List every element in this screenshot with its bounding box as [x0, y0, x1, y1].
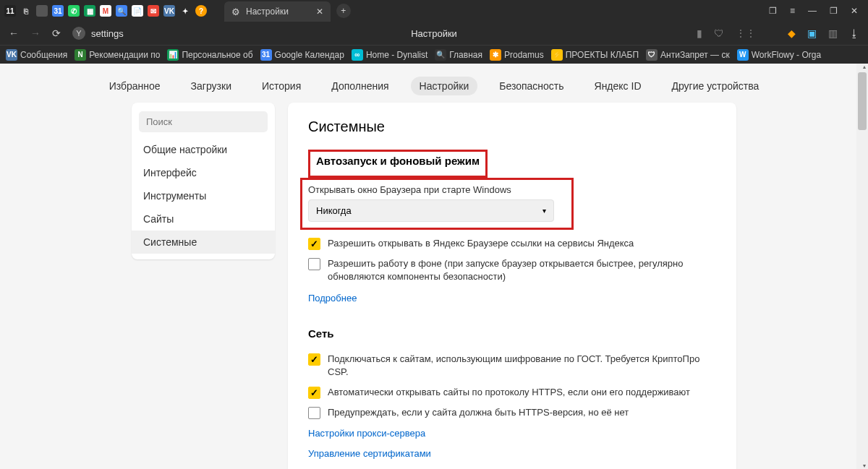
panel-toggle-icon[interactable]: ❐: [769, 6, 777, 16]
tabnav-item[interactable]: Настройки: [411, 77, 478, 95]
checkbox[interactable]: [308, 238, 320, 250]
url-text[interactable]: settings: [91, 28, 124, 39]
taskbar-favicons: 11 ⎘ 31 ✆ ▦ M 🔍 📄 ✉ VK ✦ ?: [0, 5, 211, 17]
bookmark-item[interactable]: 🔍Главная: [435, 49, 482, 61]
bookmark-icon: 🛡: [646, 49, 658, 61]
favicon[interactable]: ✦: [179, 5, 191, 17]
tab-title: Настройки: [246, 7, 289, 17]
scroll-down-icon[interactable]: ▾: [863, 462, 866, 469]
tabnav-item[interactable]: Загрузки: [182, 77, 240, 95]
bookmark-label: Персональное об: [182, 50, 252, 60]
checkbox-row: Автоматически открывать сайты по протоко…: [308, 386, 716, 399]
sidebar-item[interactable]: Сайты: [132, 207, 275, 231]
sidebar-item[interactable]: Инструменты: [132, 184, 275, 207]
scrollbar[interactable]: ▴ ▾: [856, 64, 868, 469]
autostart-select[interactable]: Никогда ▾: [308, 199, 554, 222]
settings-sidebar: Общие настройкиИнтерфейсИнструментыСайты…: [132, 103, 275, 259]
extensions-icon[interactable]: ⋮⋮: [736, 27, 756, 39]
bookmark-item[interactable]: 🛡АнтиЗапрет — ск: [646, 49, 730, 61]
favicon[interactable]: ✆: [68, 5, 80, 17]
ext-icon[interactable]: ▣: [807, 27, 817, 39]
bookmark-item[interactable]: ✱Prodamus: [490, 49, 544, 61]
chevron-down-icon: ▾: [542, 207, 546, 215]
bookmark-icon[interactable]: ▮: [697, 27, 702, 39]
tabnav-item[interactable]: Избранное: [101, 77, 169, 95]
checkbox-row: Разрешить работу в фоне (при запуске бра…: [308, 257, 716, 283]
close-window-icon[interactable]: ✕: [851, 6, 858, 16]
bookmark-item[interactable]: 31Google Календар: [260, 49, 344, 61]
bookmark-icon: 31: [260, 49, 272, 61]
bookmark-label: Home - Dynalist: [366, 50, 427, 60]
favicon[interactable]: M: [100, 5, 111, 17]
bookmark-label: АнтиЗапрет — ск: [660, 50, 730, 60]
favicon[interactable]: 📄: [132, 5, 143, 17]
tabnav-item[interactable]: Другие устройства: [663, 77, 768, 95]
favicon[interactable]: ✉: [148, 5, 159, 17]
bookmark-icon: VK: [6, 49, 17, 61]
maximize-icon[interactable]: ❐: [830, 6, 838, 16]
favicon[interactable]: 🔍: [116, 5, 127, 17]
highlight-box: Открывать окно Браузера при старте Windo…: [300, 178, 574, 230]
setting-label: Открывать окно Браузера при старте Windo…: [308, 184, 566, 195]
search-input[interactable]: [139, 111, 268, 132]
checkbox[interactable]: [308, 258, 320, 270]
bookmark-item[interactable]: 📊Персональное об: [167, 49, 252, 61]
bookmark-item[interactable]: WWorkFlowy - Orga: [737, 49, 821, 61]
favicon[interactable]: VK: [163, 5, 175, 17]
tab-close-icon[interactable]: ✕: [316, 7, 323, 17]
checkbox[interactable]: [308, 387, 320, 399]
panel-heading: Системные: [308, 119, 716, 135]
checkbox-label: Предупреждать, если у сайта должна быть …: [328, 406, 629, 419]
search-container: [139, 111, 268, 132]
reload-icon[interactable]: ⟳: [52, 27, 61, 39]
ext-icon[interactable]: ◆: [788, 27, 796, 39]
new-tab-button[interactable]: +: [336, 4, 351, 18]
bookmark-label: Главная: [449, 50, 482, 60]
favicon[interactable]: ▦: [84, 5, 95, 17]
bookmark-item[interactable]: VKСообщения: [6, 49, 67, 61]
tabnav-item[interactable]: История: [253, 77, 310, 95]
bookmark-icon: 📊: [167, 49, 179, 61]
bookmark-item[interactable]: ⚡ПРОЕКТЫ КЛАБП: [551, 49, 639, 61]
download-icon[interactable]: ⭳: [849, 27, 859, 39]
checkbox[interactable]: [308, 407, 320, 419]
sidebar-item[interactable]: Системные: [132, 231, 275, 254]
bookmarks-bar: VKСообщенияNРекомендации по📊Персональное…: [0, 45, 868, 64]
section-title: Сеть: [308, 327, 334, 340]
highlight-box: Автозапуск и фоновый режим: [308, 150, 488, 178]
bookmark-icon: ✱: [490, 49, 501, 61]
checkbox[interactable]: [308, 353, 320, 366]
favicon[interactable]: ⎘: [20, 5, 32, 17]
scroll-up-icon[interactable]: ▴: [863, 64, 866, 70]
bookmark-icon: W: [737, 49, 749, 61]
favicon[interactable]: 31: [52, 5, 64, 17]
ext-icon[interactable]: ▥: [828, 27, 838, 39]
shield-icon[interactable]: 🛡: [714, 27, 724, 39]
bookmark-icon: ⚡: [551, 49, 563, 61]
favicon-separator: [36, 5, 48, 17]
bookmark-item[interactable]: NРекомендации по: [75, 49, 160, 61]
back-icon[interactable]: ←: [9, 27, 19, 39]
bookmark-item[interactable]: ∞Home - Dynalist: [352, 49, 427, 61]
favicon[interactable]: ?: [195, 5, 207, 17]
certificates-link[interactable]: Управление сертификатами: [308, 448, 431, 459]
proxy-settings-link[interactable]: Настройки прокси-сервера: [308, 428, 425, 439]
menu-icon[interactable]: ≡: [790, 6, 795, 16]
scrollbar-thumb[interactable]: [858, 72, 867, 130]
favicon[interactable]: 11: [4, 5, 16, 17]
checkbox-row: Предупреждать, если у сайта должна быть …: [308, 406, 716, 419]
tabnav-item[interactable]: Дополнения: [323, 77, 397, 95]
minimize-icon[interactable]: —: [808, 6, 817, 16]
sidebar-item[interactable]: Интерфейс: [132, 161, 275, 184]
sidebar-item[interactable]: Общие настройки: [132, 138, 275, 161]
tabnav-item[interactable]: Яндекс ID: [586, 77, 650, 95]
tabnav-item[interactable]: Безопасность: [490, 77, 572, 95]
checkbox-row: Разрешить открывать в Яндекс Браузере сс…: [308, 237, 716, 250]
bookmark-label: Рекомендации по: [89, 50, 160, 60]
section-title: Автозапуск и фоновый режим: [316, 155, 480, 167]
details-link[interactable]: Подробнее: [308, 293, 357, 304]
checkbox-label: Разрешить работу в фоне (при запуске бра…: [328, 257, 716, 283]
bookmark-icon: N: [75, 49, 86, 61]
gear-icon: ⚙: [231, 7, 240, 17]
browser-tab[interactable]: ⚙ Настройки ✕: [224, 1, 331, 22]
